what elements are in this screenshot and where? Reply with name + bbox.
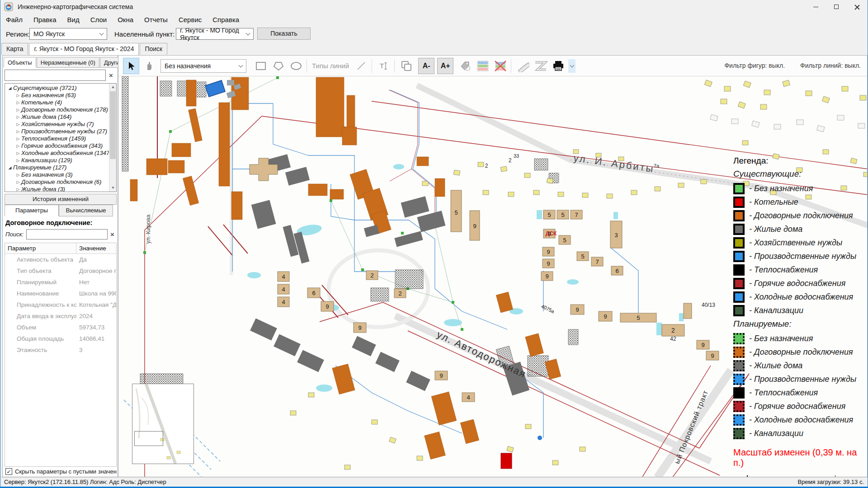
tree-item[interactable]: ▷ Без назначения (3) bbox=[5, 171, 108, 178]
tree-item[interactable]: ◢ Существующие (3721) bbox=[5, 84, 108, 92]
tree-expander-icon[interactable]: ▷ bbox=[15, 128, 21, 135]
maximize-button[interactable] bbox=[826, 0, 847, 14]
tab-unplaced[interactable]: Неразмещенные (0) bbox=[37, 57, 99, 68]
tree-item[interactable]: ▷ Теплоснабжения (1459) bbox=[5, 135, 108, 142]
settlement-select[interactable]: г. Якутск - МО Город Якутск bbox=[176, 28, 254, 40]
layer-filter-select[interactable]: Без назначения bbox=[160, 59, 246, 73]
hide-empty-params-checkbox[interactable]: ✓ Скрыть параметры с пустыми значениями bbox=[5, 468, 117, 475]
table-row[interactable]: Наименование Школа на 990 м bbox=[5, 288, 116, 299]
tree-expander-icon[interactable]: ▷ bbox=[15, 106, 21, 113]
refresh-labels-button[interactable] bbox=[457, 58, 473, 74]
map-label: 2 bbox=[485, 163, 488, 169]
tree-item[interactable]: ▷ Котельные (4) bbox=[5, 99, 108, 106]
draw-ellipse-button[interactable] bbox=[288, 58, 304, 74]
tab-yakutsk-2024[interactable]: г. Якутск - МО Город Якутск - 2024 bbox=[29, 43, 139, 55]
tree-expander-icon[interactable]: ▷ bbox=[15, 150, 21, 157]
pan-tool-button[interactable] bbox=[141, 58, 157, 74]
column-header-param[interactable]: Параметр bbox=[5, 243, 76, 253]
table-row[interactable]: Объем 59734,73 bbox=[5, 322, 116, 333]
minimap[interactable] bbox=[132, 384, 194, 464]
scroll-down-icon[interactable]: ▼ bbox=[109, 184, 117, 192]
menu-item[interactable]: Файл bbox=[0, 16, 28, 23]
tab-map[interactable]: Карта bbox=[1, 43, 28, 55]
tree-item-label: Без назначения (3) bbox=[21, 171, 73, 178]
table-row[interactable]: Принадлежность к ко Котельная "ДСК bbox=[5, 299, 116, 310]
tree-expander-icon[interactable]: ▷ bbox=[15, 135, 21, 142]
tree-expander-icon[interactable]: ◢ bbox=[7, 164, 13, 171]
font-decrease-button[interactable]: A- bbox=[418, 58, 434, 74]
legend-label: - Холодные водоснабжения bbox=[749, 415, 853, 425]
tree-scrollbar[interactable]: ▲ ▼ bbox=[109, 84, 116, 192]
copy-shapes-button[interactable] bbox=[398, 58, 415, 74]
scroll-up-icon[interactable]: ▲ bbox=[109, 84, 117, 91]
menu-item[interactable]: Правка bbox=[28, 16, 62, 23]
selected-building[interactable] bbox=[205, 80, 225, 97]
layers-off-button[interactable] bbox=[492, 58, 509, 74]
tree-item[interactable]: ◢ Планируемые (127) bbox=[5, 164, 108, 171]
draw-line-button[interactable] bbox=[353, 58, 369, 74]
tree-expander-icon[interactable]: ▷ bbox=[15, 113, 21, 121]
clear-search-icon[interactable]: × bbox=[109, 71, 113, 79]
tree-expander-icon[interactable]: ▷ bbox=[15, 99, 21, 106]
tree-item[interactable]: ▷ Без назначения (63) bbox=[5, 92, 108, 99]
tree-item[interactable]: ▷ Договорные подключения (178) bbox=[5, 106, 108, 113]
minimap-viewport[interactable] bbox=[134, 431, 163, 446]
tree-expander-icon[interactable]: ▷ bbox=[15, 171, 21, 178]
table-row[interactable]: Этажность 3 bbox=[5, 344, 116, 356]
param-search-input[interactable] bbox=[26, 229, 108, 239]
menu-item[interactable]: Отчеты bbox=[139, 16, 173, 23]
menu-item[interactable]: Справка bbox=[207, 16, 245, 23]
objects-search-input[interactable] bbox=[5, 70, 106, 81]
tree-expander-icon[interactable]: ▷ bbox=[15, 178, 21, 186]
tree-item[interactable]: ▷ Производственные нужды (27) bbox=[5, 128, 108, 135]
table-row[interactable]: Планируемый Нет bbox=[5, 277, 116, 288]
tree-expander-icon[interactable]: ◢ bbox=[7, 84, 13, 92]
show-button[interactable]: Показать bbox=[257, 28, 311, 40]
tree-item[interactable]: ▷ Договорные подключения (6) bbox=[5, 178, 108, 186]
tree-item[interactable]: ▷ Канализации (129) bbox=[5, 157, 108, 164]
tab-calculated[interactable]: Вычисляемые bbox=[59, 205, 113, 216]
menu-item[interactable]: Слои bbox=[85, 16, 112, 23]
tree-item[interactable]: ▷ Жилые дома (3) bbox=[5, 186, 108, 192]
print-button[interactable] bbox=[550, 58, 566, 74]
minimize-button[interactable] bbox=[805, 0, 826, 14]
close-button[interactable] bbox=[847, 0, 868, 14]
tree-expander-icon[interactable]: ▷ bbox=[15, 121, 21, 128]
map-canvas[interactable]: ул. И. Арбитыул. Автодорожнаяый Покровск… bbox=[118, 76, 868, 477]
tab-history[interactable]: История изменений bbox=[5, 194, 117, 205]
menu-item[interactable]: Вид bbox=[62, 16, 85, 23]
menu-item[interactable]: Сервис bbox=[173, 16, 207, 23]
tree-expander-icon[interactable]: ▷ bbox=[15, 92, 21, 99]
text-tool-button[interactable]: T bbox=[376, 58, 392, 74]
table-row[interactable]: Общая площадь 14086,41 bbox=[5, 333, 116, 344]
clear-param-search-icon[interactable]: × bbox=[110, 230, 114, 238]
draw-rectangle-button[interactable] bbox=[253, 58, 269, 74]
param-search-label: Поиск: bbox=[5, 231, 24, 238]
table-row[interactable]: Активность объекта Да bbox=[5, 254, 116, 265]
toolbar-overflow-button[interactable] bbox=[568, 59, 576, 73]
table-row[interactable]: Дата ввода в эксплуат 2024 bbox=[5, 310, 116, 322]
select-tool-button[interactable] bbox=[123, 58, 139, 74]
tree-item[interactable]: ▷ Горячие водоснабжения (343) bbox=[5, 142, 108, 150]
tab-parameters[interactable]: Параметры bbox=[5, 205, 59, 216]
layers-button[interactable] bbox=[475, 58, 491, 74]
scroll-thumb[interactable] bbox=[110, 91, 116, 159]
measure-button[interactable] bbox=[515, 58, 531, 74]
measure-path-button[interactable] bbox=[533, 58, 549, 74]
checkbox-icon[interactable]: ✓ bbox=[5, 468, 12, 475]
table-row[interactable]: Тип объекта Договорное под bbox=[5, 265, 116, 277]
tab-objects[interactable]: Объекты bbox=[4, 57, 36, 68]
region-select[interactable]: МО Якутск bbox=[29, 28, 107, 40]
tree-item[interactable]: ▷ Жилые дома (164) bbox=[5, 113, 108, 121]
tree-expander-icon[interactable]: ▷ bbox=[15, 142, 21, 150]
tree-expander-icon[interactable]: ▷ bbox=[15, 157, 21, 164]
font-increase-button[interactable]: A+ bbox=[437, 58, 453, 74]
column-header-value[interactable]: Значение bbox=[76, 243, 106, 253]
tree-expander-icon[interactable]: ▷ bbox=[15, 186, 21, 192]
menu-item[interactable]: Окна bbox=[112, 16, 139, 23]
maximize-icon bbox=[834, 5, 839, 9]
tab-search[interactable]: Поиск bbox=[140, 43, 167, 55]
tree-item[interactable]: ▷ Хозяйственные нужды (7) bbox=[5, 121, 108, 128]
tree-item[interactable]: ▷ Холодные водоснабжения (1347) bbox=[5, 150, 108, 157]
draw-polygon-button[interactable] bbox=[270, 58, 287, 74]
